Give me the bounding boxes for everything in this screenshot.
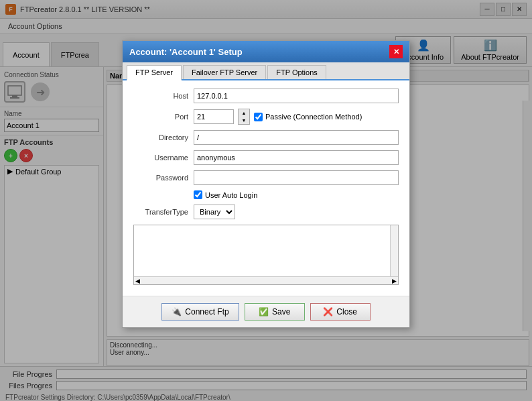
log-scroll-right[interactable]: ▶ [392, 278, 397, 284]
host-label: Host [133, 92, 194, 100]
port-down-button[interactable]: ▼ [239, 117, 249, 124]
directory-label: Directory [133, 133, 194, 141]
save-icon: ✅ [259, 307, 269, 317]
transfer-type-select[interactable]: Binary ASCII Auto [194, 205, 235, 219]
modal-title: Account: 'Account 1' Setup [129, 47, 243, 57]
modal-body: Host Port ▲ ▼ Passive (Connection Method… [123, 80, 409, 296]
account-setup-modal: Account: 'Account 1' Setup ✕ FTP Server … [122, 40, 410, 328]
host-input[interactable] [194, 89, 399, 103]
username-input[interactable] [194, 150, 399, 165]
host-row: Host [133, 89, 399, 103]
modal-log-area: ◀ ▶ [133, 225, 399, 285]
transfer-type-label: TransferType [133, 208, 194, 216]
save-button[interactable]: ✅ Save [245, 303, 305, 321]
passive-checkbox[interactable] [254, 113, 263, 121]
close-button[interactable]: ❌ Close [310, 303, 371, 321]
modal-tab-ftp-options[interactable]: FTP Options [267, 65, 326, 79]
username-row: Username [133, 150, 399, 165]
port-input[interactable] [194, 109, 234, 124]
password-input[interactable] [194, 170, 399, 185]
modal-footer: 🔌 Connect Ftp ✅ Save ❌ Close [123, 296, 409, 327]
passive-label: Passive (Connection Method) [254, 113, 362, 121]
connect-icon: 🔌 [172, 307, 182, 317]
auto-login-label: User Auto Login [205, 191, 257, 199]
directory-row: Directory [133, 130, 399, 145]
transfer-type-row: TransferType Binary ASCII Auto [133, 205, 399, 219]
password-label: Password [133, 174, 194, 182]
port-up-button[interactable]: ▲ [239, 109, 249, 117]
modal-close-button[interactable]: ✕ [389, 45, 403, 58]
username-label: Username [133, 154, 194, 162]
directory-input[interactable] [194, 130, 399, 145]
auto-login-checkbox[interactable] [194, 190, 202, 199]
modal-log-bottom-bar: ◀ ▶ [134, 276, 398, 284]
modal-overlay: Account: 'Account 1' Setup ✕ FTP Server … [0, 0, 532, 401]
password-row: Password [133, 170, 399, 185]
port-spinner[interactable]: ▲ ▼ [238, 109, 250, 125]
port-label: Port [133, 113, 194, 121]
port-controls: ▲ ▼ Passive (Connection Method) [194, 109, 362, 125]
port-row: Port ▲ ▼ Passive (Connection Method) [133, 109, 399, 125]
close-icon: ❌ [323, 307, 333, 317]
auto-login-row: User Auto Login [194, 190, 399, 199]
log-scroll-left[interactable]: ◀ [135, 278, 140, 284]
modal-tab-ftp-server[interactable]: FTP Server [127, 65, 182, 80]
modal-log-scrollbar[interactable] [390, 225, 398, 276]
modal-tabs: FTP Server Failover FTP Server FTP Optio… [123, 62, 409, 80]
connect-ftp-button[interactable]: 🔌 Connect Ftp [161, 303, 239, 321]
modal-title-bar: Account: 'Account 1' Setup ✕ [123, 41, 409, 62]
modal-tab-failover[interactable]: Failover FTP Server [183, 65, 266, 79]
